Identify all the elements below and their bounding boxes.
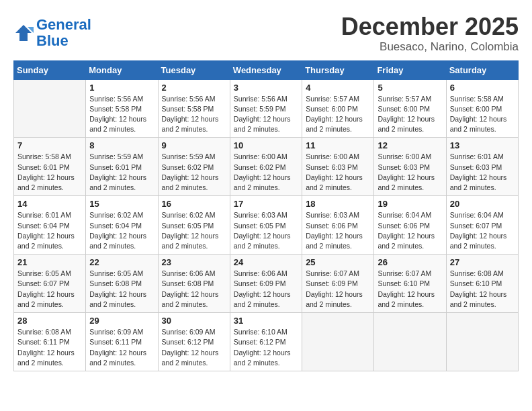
calendar-cell: 30Sunrise: 6:09 AMSunset: 6:12 PMDayligh… xyxy=(158,313,230,371)
calendar-cell: 10Sunrise: 6:00 AMSunset: 6:02 PMDayligh… xyxy=(230,138,302,196)
day-info: Sunrise: 6:06 AMSunset: 6:08 PMDaylight:… xyxy=(162,269,226,310)
calendar-cell: 9Sunrise: 5:59 AMSunset: 6:02 PMDaylight… xyxy=(158,138,230,196)
day-info: Sunrise: 6:05 AMSunset: 6:07 PMDaylight:… xyxy=(17,269,82,310)
day-info: Sunrise: 6:04 AMSunset: 6:06 PMDaylight:… xyxy=(378,210,442,251)
calendar-subtitle: Buesaco, Narino, Colombia xyxy=(341,40,519,54)
day-number: 1 xyxy=(89,83,154,93)
day-number: 17 xyxy=(234,199,298,209)
day-number: 16 xyxy=(162,199,226,209)
logo: General Blue xyxy=(13,17,91,49)
column-header-wednesday: Wednesday xyxy=(230,60,302,79)
day-number: 14 xyxy=(17,199,82,209)
calendar-title: December 2025 xyxy=(341,13,519,40)
column-header-sunday: Sunday xyxy=(14,60,86,79)
day-info: Sunrise: 6:00 AMSunset: 6:03 PMDaylight:… xyxy=(306,152,370,193)
calendar-cell xyxy=(302,313,374,371)
day-number: 18 xyxy=(306,199,370,209)
calendar-cell: 17Sunrise: 6:03 AMSunset: 6:05 PMDayligh… xyxy=(230,196,302,255)
logo-line2: Blue xyxy=(36,32,69,49)
day-number: 26 xyxy=(378,257,442,267)
calendar-cell: 20Sunrise: 6:04 AMSunset: 6:07 PMDayligh… xyxy=(446,196,518,255)
day-info: Sunrise: 6:10 AMSunset: 6:12 PMDaylight:… xyxy=(234,327,298,368)
calendar-cell: 23Sunrise: 6:06 AMSunset: 6:08 PMDayligh… xyxy=(158,255,230,313)
calendar-cell: 5Sunrise: 5:57 AMSunset: 6:00 PMDaylight… xyxy=(374,79,446,138)
column-header-friday: Friday xyxy=(374,60,446,79)
day-number: 22 xyxy=(89,257,154,267)
day-number: 10 xyxy=(234,140,298,150)
calendar-header-row: SundayMondayTuesdayWednesdayThursdayFrid… xyxy=(14,60,519,79)
day-info: Sunrise: 6:07 AMSunset: 6:10 PMDaylight:… xyxy=(378,269,442,310)
calendar-cell: 7Sunrise: 5:58 AMSunset: 6:01 PMDaylight… xyxy=(14,138,86,196)
day-info: Sunrise: 5:57 AMSunset: 6:00 PMDaylight:… xyxy=(378,94,442,135)
day-info: Sunrise: 5:59 AMSunset: 6:02 PMDaylight:… xyxy=(162,152,226,193)
calendar-cell: 22Sunrise: 6:05 AMSunset: 6:08 PMDayligh… xyxy=(86,255,158,313)
day-info: Sunrise: 6:09 AMSunset: 6:11 PMDaylight:… xyxy=(89,327,154,368)
day-number: 28 xyxy=(17,316,82,326)
day-number: 5 xyxy=(378,83,442,93)
calendar-cell: 6Sunrise: 5:58 AMSunset: 6:00 PMDaylight… xyxy=(446,79,518,138)
calendar-cell: 2Sunrise: 5:56 AMSunset: 5:58 PMDaylight… xyxy=(158,79,230,138)
day-number: 24 xyxy=(234,257,298,267)
calendar-cell: 8Sunrise: 5:59 AMSunset: 6:01 PMDaylight… xyxy=(86,138,158,196)
day-number: 4 xyxy=(306,83,370,93)
day-info: Sunrise: 6:06 AMSunset: 6:09 PMDaylight:… xyxy=(234,269,298,310)
column-header-tuesday: Tuesday xyxy=(158,60,230,79)
day-number: 6 xyxy=(450,83,515,93)
calendar-cell: 11Sunrise: 6:00 AMSunset: 6:03 PMDayligh… xyxy=(302,138,374,196)
logo-line1: General xyxy=(36,16,91,33)
day-number: 2 xyxy=(162,83,226,93)
calendar-week-row: 28Sunrise: 6:08 AMSunset: 6:11 PMDayligh… xyxy=(14,313,519,371)
calendar-cell: 29Sunrise: 6:09 AMSunset: 6:11 PMDayligh… xyxy=(86,313,158,371)
day-info: Sunrise: 6:02 AMSunset: 6:05 PMDaylight:… xyxy=(162,210,226,251)
day-number: 20 xyxy=(450,199,515,209)
calendar-cell: 1Sunrise: 5:56 AMSunset: 5:58 PMDaylight… xyxy=(86,79,158,138)
day-number: 7 xyxy=(17,140,82,150)
day-info: Sunrise: 6:00 AMSunset: 6:03 PMDaylight:… xyxy=(378,152,442,193)
day-info: Sunrise: 5:58 AMSunset: 6:00 PMDaylight:… xyxy=(450,94,515,135)
calendar-cell xyxy=(14,79,86,138)
day-info: Sunrise: 5:56 AMSunset: 5:58 PMDaylight:… xyxy=(89,94,154,135)
calendar-cell: 27Sunrise: 6:08 AMSunset: 6:10 PMDayligh… xyxy=(446,255,518,313)
day-info: Sunrise: 5:56 AMSunset: 5:59 PMDaylight:… xyxy=(234,94,298,135)
day-number: 29 xyxy=(89,316,154,326)
day-info: Sunrise: 6:07 AMSunset: 6:09 PMDaylight:… xyxy=(306,269,370,310)
calendar-cell: 13Sunrise: 6:01 AMSunset: 6:03 PMDayligh… xyxy=(446,138,518,196)
day-info: Sunrise: 6:03 AMSunset: 6:05 PMDaylight:… xyxy=(234,210,298,251)
column-header-thursday: Thursday xyxy=(302,60,374,79)
calendar-cell xyxy=(446,313,518,371)
logo-icon xyxy=(13,23,34,43)
day-number: 13 xyxy=(450,140,515,150)
day-number: 23 xyxy=(162,257,226,267)
calendar-week-row: 14Sunrise: 6:01 AMSunset: 6:04 PMDayligh… xyxy=(14,196,519,255)
day-number: 11 xyxy=(306,140,370,150)
day-number: 21 xyxy=(17,257,82,267)
calendar-cell: 3Sunrise: 5:56 AMSunset: 5:59 PMDaylight… xyxy=(230,79,302,138)
day-info: Sunrise: 6:02 AMSunset: 6:04 PMDaylight:… xyxy=(89,210,154,251)
logo-text: General Blue xyxy=(36,17,91,49)
column-header-monday: Monday xyxy=(86,60,158,79)
day-number: 19 xyxy=(378,199,442,209)
day-number: 31 xyxy=(234,316,298,326)
day-info: Sunrise: 6:09 AMSunset: 6:12 PMDaylight:… xyxy=(162,327,226,368)
page-header: General Blue December 2025 Buesaco, Nari… xyxy=(13,13,519,54)
day-info: Sunrise: 6:01 AMSunset: 6:04 PMDaylight:… xyxy=(17,210,82,251)
calendar-cell: 25Sunrise: 6:07 AMSunset: 6:09 PMDayligh… xyxy=(302,255,374,313)
calendar-cell: 26Sunrise: 6:07 AMSunset: 6:10 PMDayligh… xyxy=(374,255,446,313)
day-info: Sunrise: 6:01 AMSunset: 6:03 PMDaylight:… xyxy=(450,152,515,193)
calendar-cell: 31Sunrise: 6:10 AMSunset: 6:12 PMDayligh… xyxy=(230,313,302,371)
title-block: December 2025 Buesaco, Narino, Colombia xyxy=(341,13,519,54)
day-info: Sunrise: 6:00 AMSunset: 6:02 PMDaylight:… xyxy=(234,152,298,193)
day-info: Sunrise: 6:04 AMSunset: 6:07 PMDaylight:… xyxy=(450,210,515,251)
calendar-cell: 16Sunrise: 6:02 AMSunset: 6:05 PMDayligh… xyxy=(158,196,230,255)
calendar-cell: 14Sunrise: 6:01 AMSunset: 6:04 PMDayligh… xyxy=(14,196,86,255)
day-number: 8 xyxy=(89,140,154,150)
calendar-week-row: 21Sunrise: 6:05 AMSunset: 6:07 PMDayligh… xyxy=(14,255,519,313)
day-info: Sunrise: 5:56 AMSunset: 5:58 PMDaylight:… xyxy=(162,94,226,135)
calendar-cell: 18Sunrise: 6:03 AMSunset: 6:06 PMDayligh… xyxy=(302,196,374,255)
calendar-week-row: 1Sunrise: 5:56 AMSunset: 5:58 PMDaylight… xyxy=(14,79,519,138)
day-info: Sunrise: 6:05 AMSunset: 6:08 PMDaylight:… xyxy=(89,269,154,310)
calendar-cell: 15Sunrise: 6:02 AMSunset: 6:04 PMDayligh… xyxy=(86,196,158,255)
day-number: 30 xyxy=(162,316,226,326)
day-number: 27 xyxy=(450,257,515,267)
calendar-cell: 28Sunrise: 6:08 AMSunset: 6:11 PMDayligh… xyxy=(14,313,86,371)
